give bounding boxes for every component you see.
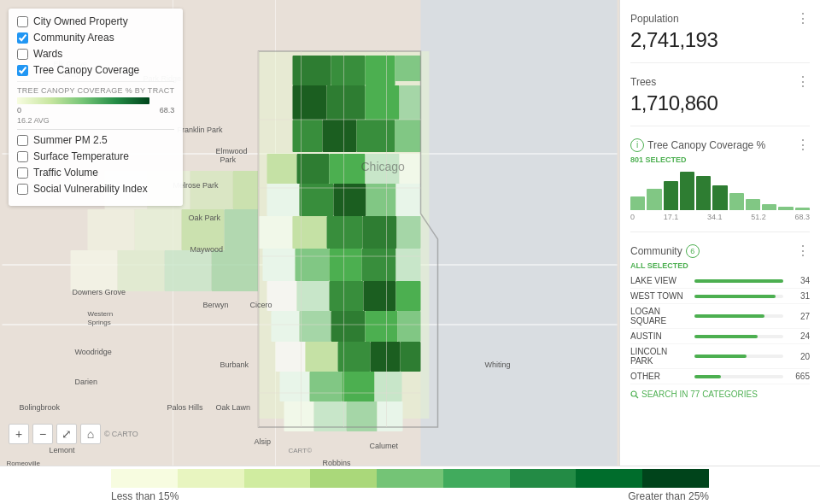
svg-rect-12	[293, 85, 327, 120]
community-count-5: 665	[788, 372, 810, 381]
legend-item-community-areas[interactable]: Community Areas	[17, 32, 174, 44]
search-categories-link[interactable]: SEARCH IN 77 CATEGORIES	[630, 390, 810, 399]
traffic-checkbox[interactable]	[17, 167, 28, 179]
svg-text:Maywood: Maywood	[190, 245, 224, 254]
community-badge: 6	[686, 244, 700, 258]
hist-bar-2[interactable]	[664, 181, 678, 210]
social-vuln-checkbox[interactable]	[17, 184, 28, 195]
hist-bar-8[interactable]	[762, 204, 776, 210]
community-count-2: 27	[788, 312, 810, 321]
svg-rect-32	[327, 216, 363, 249]
histogram-section: i Tree Canopy Coverage % ⋮ 801 SELECTED …	[630, 137, 810, 232]
legend-item-tree-canopy[interactable]: Tree Canopy Coverage	[17, 64, 174, 76]
population-value: 2,741,193	[630, 28, 810, 52]
community-row-5[interactable]: OTHER 665	[630, 369, 810, 384]
legend-item-city-owned[interactable]: City Owned Property	[17, 15, 174, 27]
hist-bar-10[interactable]	[795, 208, 810, 210]
legend-item-social-vuln[interactable]: Social Vulnerability Index	[17, 183, 174, 195]
svg-rect-53	[371, 342, 401, 372]
community-count-1: 31	[788, 291, 810, 301]
svg-rect-10	[366, 56, 395, 85]
svg-rect-42	[330, 281, 364, 311]
community-more-icon[interactable]: ⋮	[796, 243, 810, 259]
canopy-gradient-bar	[17, 97, 149, 104]
histogram-more-icon[interactable]: ⋮	[796, 137, 810, 153]
hist-bar-1[interactable]	[647, 189, 661, 210]
hist-bar-0[interactable]	[630, 196, 645, 210]
svg-text:Woodridge: Woodridge	[75, 348, 112, 356]
legend-item-surface-temp[interactable]: Surface Temperature	[17, 150, 174, 162]
svg-rect-44	[396, 281, 421, 311]
population-more-icon[interactable]: ⋮	[796, 10, 810, 26]
community-row-name-1: WEST TOWN	[630, 291, 689, 301]
summer-pm-checkbox[interactable]	[17, 135, 28, 146]
svg-line-113	[636, 396, 639, 398]
wards-label: Wards	[33, 48, 62, 60]
grad-seg-5	[443, 469, 510, 488]
community-row-0[interactable]: LAKE VIEW 34	[630, 273, 810, 289]
legend-item-traffic[interactable]: Traffic Volume	[17, 167, 174, 179]
svg-rect-43	[364, 281, 396, 311]
hist-bar-5[interactable]	[712, 185, 727, 210]
svg-point-112	[631, 391, 636, 396]
surface-temp-checkbox[interactable]	[17, 151, 28, 162]
svg-text:Park: Park	[220, 155, 237, 164]
map-container[interactable]: Park Ridge Elk Grove Village Franklin Pa…	[0, 0, 619, 466]
community-areas-checkbox[interactable]	[17, 32, 28, 44]
svg-rect-13	[327, 85, 366, 120]
community-count-3: 24	[788, 331, 810, 341]
svg-text:Whiting: Whiting	[485, 360, 511, 369]
zoom-in-button[interactable]: +	[9, 424, 29, 444]
community-row-name-4: LINCOLN PARK	[630, 347, 689, 366]
hist-bar-6[interactable]	[729, 193, 744, 210]
hist-bar-3[interactable]	[680, 172, 694, 210]
canopy-range-title: TREE CANOPY COVERAGE % BY TRACT	[17, 86, 174, 95]
surface-temp-label: Surface Temperature	[33, 150, 129, 162]
svg-rect-14	[366, 85, 400, 120]
zoom-out-button[interactable]: −	[32, 424, 53, 444]
community-row-3[interactable]: AUSTIN 24	[630, 329, 810, 344]
community-row-name-0: LAKE VIEW	[630, 276, 689, 285]
histogram-bars[interactable]	[630, 167, 810, 210]
community-row-2[interactable]: LOGAN SQUARE 27	[630, 304, 810, 329]
svg-text:Oak Park: Oak Park	[189, 214, 221, 222]
grad-seg-7	[576, 469, 642, 488]
city-owned-label: City Owned Property	[33, 15, 128, 27]
community-row-name-3: AUSTIN	[630, 331, 689, 341]
hist-bar-7[interactable]	[746, 199, 760, 210]
trees-more-icon[interactable]: ⋮	[796, 73, 810, 90]
wards-checkbox[interactable]	[17, 49, 28, 60]
community-row-name-5: OTHER	[630, 372, 689, 381]
svg-rect-18	[357, 120, 395, 152]
canopy-max: 68.3	[160, 106, 175, 114]
info-icon[interactable]: i	[630, 138, 644, 152]
grad-seg-4	[377, 469, 443, 488]
city-owned-checkbox[interactable]	[17, 16, 28, 27]
svg-rect-28	[366, 184, 396, 216]
hist-axis-4: 68.3	[794, 213, 810, 221]
legend-item-summer-pm[interactable]: Summer PM 2.5	[17, 134, 174, 146]
community-bar-fill-3	[694, 335, 758, 338]
legend-item-wards[interactable]: Wards	[17, 48, 174, 60]
home-button[interactable]: ⌂	[80, 424, 101, 444]
hist-bar-4[interactable]	[696, 176, 711, 210]
histogram-title-text: Tree Canopy Coverage %	[647, 139, 765, 151]
community-bar-wrap-3	[694, 335, 783, 338]
fullscreen-button[interactable]: ⤢	[56, 424, 77, 444]
hist-bar-9[interactable]	[778, 207, 793, 211]
carto-link[interactable]: ©CARTO	[104, 430, 138, 438]
tree-canopy-checkbox[interactable]	[17, 65, 28, 76]
svg-text:Darien: Darien	[75, 378, 98, 386]
grad-seg-6	[510, 469, 577, 488]
community-count-4: 20	[788, 352, 810, 361]
svg-rect-9	[331, 56, 366, 85]
canopy-range-labels: 0 68.3	[17, 106, 174, 114]
svg-rect-37	[330, 249, 362, 281]
community-row-1[interactable]: WEST TOWN 31	[630, 289, 810, 304]
population-label: Population	[630, 13, 679, 25]
svg-rect-73	[165, 250, 212, 291]
svg-rect-57	[343, 372, 375, 401]
canopy-avg: 16.2 AVG	[17, 116, 174, 125]
community-row-4[interactable]: LINCOLN PARK 20	[630, 344, 810, 369]
svg-rect-45	[272, 311, 300, 342]
